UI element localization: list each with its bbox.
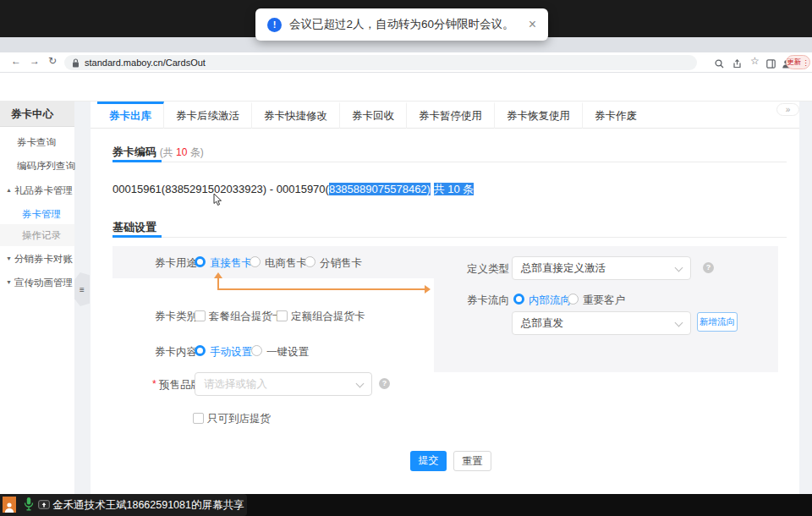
tab-recycle[interactable]: 券卡回收 xyxy=(340,102,407,129)
back-icon[interactable]: ← xyxy=(11,55,21,67)
section-underline xyxy=(112,160,162,162)
tab-resume[interactable]: 券卡恢复使用 xyxy=(495,102,583,129)
toast-close-icon[interactable]: × xyxy=(529,18,536,31)
toast-message: 会议已超过2人，自动转为60分钟限时会议。 xyxy=(289,17,514,32)
reset-button[interactable]: 重置 xyxy=(453,451,491,471)
tab-void[interactable]: 券卡作废 xyxy=(583,102,649,129)
section-title-card-code: 券卡编码 (共 10 条) xyxy=(112,145,204,160)
option-distribution-sale[interactable]: 分销售卡 xyxy=(320,256,362,271)
divider xyxy=(112,162,787,162)
help-icon[interactable]: ? xyxy=(703,262,714,273)
arrow-right-head xyxy=(425,285,431,294)
section-underline xyxy=(112,235,162,238)
module-tabs: 券卡出库 券卡后续激活 券卡快捷修改 券卡回收 券卡暂停使用 券卡恢复使用 券卡… xyxy=(91,102,799,129)
tab-quick-modify[interactable]: 券卡快捷修改 xyxy=(252,102,340,129)
radio-direct-sale-selected[interactable] xyxy=(195,256,206,267)
help-icon[interactable]: ? xyxy=(379,378,390,389)
code-count: 10 xyxy=(176,146,187,158)
share-icon[interactable] xyxy=(732,57,742,72)
url-text: standard.maboy.cn/CardsOut xyxy=(85,58,206,68)
option-manual-setup[interactable]: 手动设置 xyxy=(210,345,252,360)
flow-select[interactable]: 总部直发 xyxy=(512,311,691,335)
zoom-icon[interactable] xyxy=(715,57,724,72)
update-label: 更新 xyxy=(787,58,801,68)
section-title-basic-settings: 基础设置 xyxy=(112,220,156,235)
sidebar: 券卡中心 券卡查询 编码序列查询 ▲ 礼品券卡管理 券卡管理 操作记录 ▼ 分销… xyxy=(0,102,74,494)
category-label: 券卡类别 xyxy=(155,310,197,324)
sidebar-item-code-sequence-query[interactable]: 编码序列查询 xyxy=(0,155,74,177)
hamburger-icon: ≡ xyxy=(80,285,85,294)
app-header xyxy=(0,73,812,102)
brand-placeholder: 请选择或输入 xyxy=(204,378,267,390)
bookmark-star-icon[interactable]: ☆ xyxy=(750,55,760,67)
option-ecommerce-sale[interactable]: 电商售卡 xyxy=(265,256,307,271)
expand-arrow-icon: ▼ xyxy=(6,248,12,270)
refresh-icon[interactable]: ↻ xyxy=(48,55,57,67)
lock-icon xyxy=(72,58,80,68)
checkbox-fixed-combo[interactable] xyxy=(277,310,288,321)
arrow-horizontal-line xyxy=(217,288,425,290)
radio-internal-flow-selected[interactable] xyxy=(513,294,524,305)
selected-text: 8385889075578462) xyxy=(329,183,431,195)
browser-update-button[interactable]: 更新 ⋮ xyxy=(786,55,810,69)
address-bar[interactable]: standard.maboy.cn/CardsOut xyxy=(64,55,697,70)
checkbox-package-combo[interactable] xyxy=(195,310,206,321)
sidebar-item-card-management-active[interactable]: 券卡管理 xyxy=(0,203,74,225)
usage-band: 券卡用途 直接售卡 电商售卡 分销售卡 xyxy=(112,246,434,278)
radio-distribution-sale[interactable] xyxy=(304,256,315,267)
side-panel-icon[interactable] xyxy=(766,57,776,72)
microphone-icon[interactable] xyxy=(24,497,34,515)
sidebar-group-promo-animation[interactable]: ▼ 宣传动画管理 xyxy=(0,272,74,294)
radio-manual-setup-selected[interactable] xyxy=(195,345,206,356)
tab-suspend[interactable]: 券卡暂停使用 xyxy=(407,102,495,129)
info-icon: ! xyxy=(267,18,282,32)
submit-button[interactable]: 提交 xyxy=(410,451,447,471)
radio-one-click-setup[interactable] xyxy=(251,345,262,356)
option-fixed-combo[interactable]: 定额组合提货卡 xyxy=(291,310,365,324)
divider xyxy=(112,237,787,238)
mouse-cursor xyxy=(213,193,223,206)
add-flow-button[interactable]: 新增流向 xyxy=(697,312,738,332)
sidebar-group-distribution-reconciliation[interactable]: ▼ 分销券卡对账 xyxy=(0,248,74,270)
tab-followup-activate[interactable]: 券卡后续激活 xyxy=(164,102,252,129)
option-key-customer[interactable]: 重要客户 xyxy=(583,294,625,308)
forward-icon[interactable]: → xyxy=(30,55,40,67)
expand-arrow-icon: ▼ xyxy=(6,272,12,294)
radio-key-customer[interactable] xyxy=(568,294,579,305)
chevron-down-icon xyxy=(675,264,683,272)
main-panel: 券卡出库 券卡后续激活 券卡快捷修改 券卡回收 券卡暂停使用 券卡恢复使用 券卡… xyxy=(91,102,799,494)
selected-count: 共 10 条 xyxy=(434,183,475,195)
participant-icon xyxy=(3,497,16,513)
sidebar-collapse-handle[interactable]: ≡ xyxy=(74,272,90,306)
expand-button[interactable]: » xyxy=(776,103,799,116)
kebab-dots-icon: ⋮ xyxy=(802,58,809,67)
card-code-range[interactable]: 00015961(8385291502033923) - 00015970(83… xyxy=(112,182,474,197)
radio-ecommerce-sale[interactable] xyxy=(250,256,261,267)
screen-share-icon xyxy=(38,499,50,514)
arrow-up-head xyxy=(214,272,222,278)
option-direct-sale[interactable]: 直接售卡 xyxy=(210,256,252,271)
option-internal-flow[interactable]: 内部流向 xyxy=(529,294,571,308)
sidebar-title: 券卡中心 xyxy=(0,102,74,127)
tab-cards-out[interactable]: 券卡出库 xyxy=(97,102,164,129)
brand-select[interactable]: 请选择或输入 xyxy=(195,372,372,396)
sidebar-item-operation-log[interactable]: 操作记录 xyxy=(0,224,74,246)
meeting-toast: ! 会议已超过2人，自动转为60分钟限时会议。 × xyxy=(255,8,548,41)
flow-label: 券卡流向 xyxy=(467,294,509,308)
required-asterisk: * xyxy=(152,378,156,390)
sidebar-group-gift-card-management[interactable]: ▲ 礼品券卡管理 xyxy=(0,179,74,201)
flow-panel: 定义类型 总部直接定义激活 ? 券卡流向 内部流向 重要客户 总部直发 新增流向 xyxy=(434,246,778,372)
checkbox-store-pickup-only[interactable] xyxy=(193,413,204,424)
option-package-combo[interactable]: 套餐组合提货卡 xyxy=(209,310,283,324)
chevron-down-icon xyxy=(675,319,683,327)
option-store-pickup-only[interactable]: 只可到店提货 xyxy=(207,412,271,426)
sidebar-item-card-query[interactable]: 券卡查询 xyxy=(0,131,74,153)
screen-share-bar: 金禾通技术王斌18662591081的屏幕共享 xyxy=(0,494,812,516)
define-type-select[interactable]: 总部直接定义激活 xyxy=(512,256,691,280)
usage-label: 券卡用途 xyxy=(155,256,197,271)
option-one-click-setup[interactable]: 一键设置 xyxy=(266,345,309,360)
collapse-arrow-icon: ▲ xyxy=(6,179,12,201)
chevron-down-icon xyxy=(356,380,365,388)
screen: 礼盒营销平台管理中心 × 系统培训学习 × 门店管理中心 × + xyxy=(0,0,812,516)
share-text: 金禾通技术王斌18662591081的屏幕共享 xyxy=(52,498,244,513)
